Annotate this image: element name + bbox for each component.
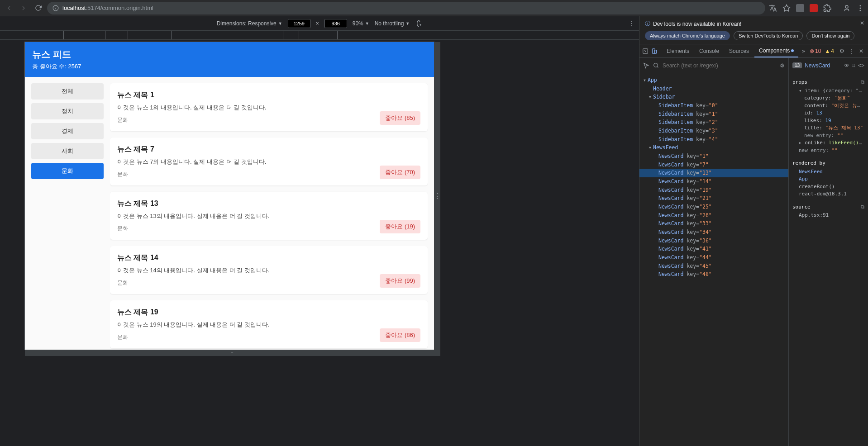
news-category: 문화	[117, 279, 420, 287]
menu-icon[interactable]	[856, 4, 864, 12]
resize-handle-right[interactable]	[434, 42, 440, 350]
components-search-input[interactable]	[663, 62, 776, 69]
sidebar-item[interactable]: 전체	[31, 83, 104, 100]
tree-row[interactable]: NewsCard key="1"	[639, 152, 788, 161]
tree-row[interactable]: NewsCard key="34"	[639, 228, 788, 237]
banner-close-icon[interactable]: ✕	[860, 20, 864, 26]
tree-row[interactable]: NewsCard key="25"	[639, 203, 788, 211]
inspect-element-icon[interactable]	[643, 62, 649, 69]
app-header: 뉴스 피드 총 좋아요 수: 2567	[25, 42, 434, 77]
props-body[interactable]: props⧉ ▾ item: {category: "문화", cont… ca…	[789, 73, 868, 446]
source-icon[interactable]: <>	[858, 62, 864, 69]
sidebar-item[interactable]: 사회	[31, 143, 104, 159]
translate-icon[interactable]	[769, 4, 777, 12]
device-toggle-icon[interactable]	[651, 48, 658, 54]
like-button[interactable]: 좋아요 (86)	[380, 328, 420, 342]
extension-icon-2[interactable]	[810, 4, 818, 12]
device-preview-pane: Dimensions: Responsive ▼ × 90% ▼ No thro…	[0, 16, 639, 446]
like-button[interactable]: 좋아요 (85)	[380, 111, 420, 125]
tab-sources[interactable]: Sources	[725, 44, 754, 57]
tree-row[interactable]: NewsCard key="13"	[639, 169, 788, 177]
height-input[interactable]	[324, 19, 347, 28]
banner-dismiss-button[interactable]: Don't show again	[806, 31, 854, 40]
sidebar-item[interactable]: 정치	[31, 103, 104, 119]
browser-action-icons	[769, 4, 864, 12]
tree-row[interactable]: NewsCard key="41"	[639, 245, 788, 253]
zoom-dropdown[interactable]: 90% ▼	[353, 20, 369, 27]
settings-icon[interactable]: ⚙	[838, 48, 846, 54]
dimensions-dropdown[interactable]: Dimensions: Responsive ▼	[217, 20, 282, 27]
resize-handle-bottom[interactable]	[25, 350, 440, 356]
tree-row[interactable]: SidebarItem key="1"	[639, 110, 788, 119]
banner-match-lang-button[interactable]: Always match Chrome's language	[645, 31, 730, 40]
profile-icon[interactable]	[843, 4, 851, 12]
bug-icon[interactable]: ⌗	[852, 62, 855, 69]
info-icon: ⓘ	[645, 20, 650, 28]
tabs-overflow-icon[interactable]: »	[799, 48, 808, 54]
tree-row[interactable]: NewsCard key="19"	[639, 186, 788, 195]
news-title: 뉴스 제목 19	[117, 308, 420, 317]
copy-icon[interactable]: ⧉	[861, 79, 864, 86]
browser-toolbar: localhost:5174/common.origin.html	[0, 0, 868, 16]
warning-count[interactable]: ▲ 4	[825, 48, 834, 54]
svg-marker-3	[783, 5, 790, 11]
tree-row[interactable]: ▾App	[639, 76, 788, 85]
tree-row[interactable]: Header	[639, 85, 788, 93]
resize-handle-corner[interactable]	[434, 350, 440, 356]
sidebar-item[interactable]: 문화	[31, 163, 104, 179]
news-card: 뉴스 제목 7이것은 뉴스 7의 내용입니다. 실제 내용은 더 길 것입니다.…	[110, 138, 428, 185]
tab-console[interactable]: Console	[695, 44, 724, 57]
app-feed[interactable]: 뉴스 제목 1이것은 뉴스 1의 내용입니다. 실제 내용은 더 길 것입니다.…	[110, 83, 428, 350]
copy-icon[interactable]: ⧉	[861, 204, 864, 211]
eye-icon[interactable]: 👁	[844, 62, 849, 69]
source-label: source	[792, 204, 811, 211]
banner-switch-lang-button[interactable]: Switch DevTools to Korean	[734, 31, 803, 40]
tree-row[interactable]: NewsCard key="7"	[639, 161, 788, 169]
tree-row[interactable]: NewsCard key="48"	[639, 270, 788, 279]
inspect-icon[interactable]	[642, 48, 649, 54]
tab-elements[interactable]: Elements	[662, 44, 694, 57]
like-button[interactable]: 좋아요 (19)	[380, 220, 420, 233]
like-button[interactable]: 좋아요 (99)	[380, 274, 420, 288]
tree-row[interactable]: SidebarItem key="3"	[639, 127, 788, 135]
tree-row[interactable]: ▾NewsFeed	[639, 143, 788, 152]
extension-icon-1[interactable]	[796, 4, 804, 12]
url-host: localhost	[62, 5, 86, 11]
devtools-language-banner: ⓘ DevTools is now available in Korean! ✕…	[639, 16, 868, 44]
tab-components[interactable]: Components	[754, 44, 798, 57]
width-input[interactable]	[288, 19, 310, 28]
throttling-dropdown[interactable]: No throttling ▼	[375, 20, 410, 27]
components-tree[interactable]: ▾AppHeader▾SidebarSidebarItem key="0"Sid…	[639, 73, 788, 446]
like-button[interactable]: 좋아요 (70)	[380, 166, 420, 179]
rotate-icon[interactable]	[415, 20, 422, 27]
sidebar-item[interactable]: 경제	[31, 123, 104, 139]
star-icon[interactable]	[782, 4, 791, 12]
news-title: 뉴스 제목 1	[117, 90, 420, 100]
tree-row[interactable]: SidebarItem key="4"	[639, 135, 788, 144]
news-title: 뉴스 제목 7	[117, 145, 420, 154]
device-toolbar-menu[interactable]: ⋮	[629, 20, 634, 27]
tree-row[interactable]: NewsCard key="26"	[639, 211, 788, 220]
app-sidebar: 전체정치경제사회문화	[31, 83, 104, 350]
tree-row[interactable]: NewsCard key="33"	[639, 219, 788, 228]
tree-row[interactable]: NewsCard key="45"	[639, 262, 788, 270]
error-count[interactable]: ⊗ 10	[810, 48, 821, 54]
svg-point-7	[860, 9, 861, 11]
devtools-close-icon[interactable]: ✕	[857, 48, 865, 54]
tree-row[interactable]: SidebarItem key="2"	[639, 118, 788, 127]
devtools-menu-icon[interactable]: ⋮	[847, 48, 856, 54]
forward-button[interactable]	[18, 3, 29, 14]
tree-row[interactable]: NewsCard key="21"	[639, 194, 788, 203]
tree-row[interactable]: NewsCard key="14"	[639, 177, 788, 186]
search-icon	[653, 62, 659, 68]
components-settings-icon[interactable]: ⚙	[780, 62, 785, 69]
tree-row[interactable]: ▾Sidebar	[639, 93, 788, 101]
tree-row[interactable]: NewsCard key="44"	[639, 253, 788, 262]
url-bar[interactable]: localhost:5174/common.origin.html	[47, 2, 765, 14]
reload-button[interactable]	[33, 3, 43, 14]
tree-row[interactable]: SidebarItem key="0"	[639, 101, 788, 110]
back-button[interactable]	[4, 3, 14, 14]
tree-row[interactable]: NewsCard key="36"	[639, 237, 788, 245]
extensions-icon[interactable]	[823, 4, 831, 12]
news-card: 뉴스 제목 19이것은 뉴스 19의 내용입니다. 실제 내용은 더 길 것입니…	[110, 300, 428, 348]
